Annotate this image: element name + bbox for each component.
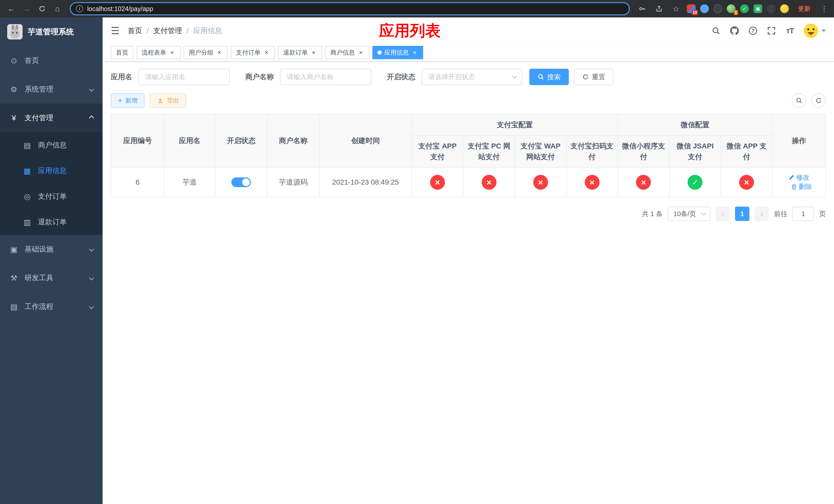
- sidebar-item-refund-order[interactable]: ▥ 退款订单: [0, 209, 103, 235]
- tab-user-group[interactable]: 用户分组: [184, 46, 228, 59]
- sidebar-toggle-icon[interactable]: ☰: [111, 25, 119, 37]
- tab-merchant-info[interactable]: 商户信息: [325, 46, 369, 59]
- font-size-icon[interactable]: тT: [785, 26, 795, 36]
- status-select[interactable]: 请选择开启状态: [422, 69, 522, 85]
- breadcrumb-separator: /: [187, 27, 189, 35]
- goto-label: 前往: [774, 209, 787, 219]
- site-info-icon[interactable]: i: [76, 5, 83, 12]
- sidebar-item-dev-tools[interactable]: ⚒ 研发工具: [0, 264, 103, 292]
- page-size-select[interactable]: 10条/页: [668, 207, 710, 221]
- merchant-name-label: 商户名称: [245, 72, 274, 82]
- app-window: 芋道管理系统 ⊙ 首页 ⚙ 系统管理 ¥ 支付管理: [0, 18, 834, 504]
- extension-icon[interactable]: ✓: [740, 4, 749, 13]
- pay-order-icon: ◎: [23, 192, 32, 201]
- col-header-alipay-app: 支付宝 APP 支付: [412, 136, 463, 167]
- col-header-app-id: 应用编号: [111, 114, 164, 167]
- cell-wx-jsapi: [670, 167, 721, 197]
- sidebar-item-app-info[interactable]: ▦ 应用信息: [0, 158, 103, 184]
- col-header-app-name: 应用名: [164, 114, 215, 167]
- chevron-down-icon: [89, 247, 94, 252]
- close-icon[interactable]: [216, 49, 223, 56]
- close-icon[interactable]: [411, 49, 418, 56]
- sidebar-item-workflow[interactable]: ▧ 工作流程: [0, 292, 103, 321]
- close-icon[interactable]: [310, 49, 317, 56]
- config-status-icon: [636, 175, 651, 190]
- sidebar-logo[interactable]: 芋道管理系统: [0, 18, 103, 46]
- github-icon[interactable]: [729, 26, 740, 36]
- sidebar-item-label: 基础设施: [25, 244, 53, 254]
- edit-button[interactable]: 修改: [788, 173, 809, 182]
- col-header-merchant: 商户名称: [267, 114, 319, 167]
- add-button-label: 新增: [125, 96, 137, 105]
- home-button[interactable]: ⌂: [51, 3, 64, 15]
- extension-icon[interactable]: [767, 4, 775, 13]
- merchant-name-input[interactable]: [280, 69, 371, 85]
- search-icon[interactable]: [711, 26, 721, 36]
- sidebar-item-payment[interactable]: ¥ 支付管理: [0, 104, 103, 132]
- user-avatar-menu[interactable]: [803, 23, 826, 39]
- extension-icon[interactable]: 10: [687, 4, 696, 13]
- tab-refund-order[interactable]: 退款订单: [278, 46, 322, 59]
- gear-icon: ⚙: [9, 85, 19, 94]
- tab-app-info[interactable]: 应用信息: [372, 46, 423, 59]
- extension-icon[interactable]: [780, 4, 789, 13]
- tab-label: 流程表单: [141, 48, 166, 56]
- col-header-wx-app: 微信 APP 支付: [721, 136, 772, 167]
- goto-page-input[interactable]: [792, 207, 814, 221]
- prev-page-button[interactable]: ‹: [716, 207, 730, 221]
- address-bar[interactable]: i localhost:1024/pay/app: [70, 2, 630, 15]
- share-icon[interactable]: [653, 3, 665, 15]
- sidebar-item-infrastructure[interactable]: ▣ 基础设施: [0, 235, 103, 264]
- tab-label: 首页: [116, 48, 128, 56]
- tab-label: 商户信息: [330, 48, 355, 56]
- help-icon[interactable]: ?: [748, 26, 758, 36]
- breadcrumb-item[interactable]: 支付管理: [153, 26, 182, 36]
- sidebar-item-merchant-info[interactable]: ▤ 商户信息: [0, 132, 103, 158]
- extension-icon[interactable]: [700, 4, 709, 13]
- close-icon[interactable]: [263, 49, 270, 56]
- bookmark-star-icon[interactable]: ☆: [670, 3, 682, 15]
- forward-button[interactable]: →: [21, 3, 33, 15]
- page-size-value: 10条/页: [674, 209, 696, 219]
- cell-alipay-pc: [463, 167, 515, 197]
- password-key-icon[interactable]: [636, 3, 648, 15]
- sidebar-item-label: 商户信息: [38, 140, 67, 150]
- config-status-icon: [533, 175, 548, 190]
- close-icon[interactable]: [357, 49, 364, 56]
- breadcrumb-item[interactable]: 首页: [128, 26, 142, 36]
- browser-update-button[interactable]: 更新: [793, 3, 815, 14]
- delete-button[interactable]: 删除: [791, 182, 812, 191]
- bank-card-icon: ▤: [23, 141, 32, 150]
- back-button[interactable]: ←: [5, 3, 18, 15]
- current-page-button[interactable]: 1: [735, 207, 749, 221]
- tab-label: 退款订单: [283, 48, 308, 56]
- reload-button[interactable]: [36, 3, 48, 15]
- sidebar-item-home[interactable]: ⊙ 首页: [0, 46, 103, 75]
- tab-process-form[interactable]: 流程表单: [136, 46, 180, 59]
- tab-pay-order[interactable]: 支付订单: [231, 46, 275, 59]
- app-name-input[interactable]: [138, 69, 230, 85]
- hide-search-button[interactable]: [792, 93, 806, 108]
- refresh-table-button[interactable]: [811, 93, 826, 108]
- status-toggle[interactable]: [231, 177, 251, 187]
- sidebar-item-pay-order[interactable]: ◎ 支付订单: [0, 184, 103, 209]
- next-page-button[interactable]: ›: [754, 207, 769, 221]
- page-title: 应用列表: [379, 21, 441, 41]
- col-header-status: 开启状态: [215, 114, 267, 167]
- fullscreen-icon[interactable]: [766, 26, 776, 36]
- cell-wx-app: [721, 167, 772, 197]
- extension-icon[interactable]: 1: [727, 4, 736, 13]
- sidebar-item-system[interactable]: ⚙ 系统管理: [0, 75, 103, 104]
- export-button[interactable]: 导出: [150, 93, 186, 108]
- close-icon[interactable]: [169, 49, 175, 56]
- payment-submenu: ▤ 商户信息 ▦ 应用信息 ◎ 支付订单 ▥ 退款订单: [0, 132, 103, 235]
- col-header-actions: 操作: [772, 114, 826, 167]
- status-label: 开启状态: [387, 72, 415, 82]
- extension-icon[interactable]: ▣: [753, 4, 762, 13]
- reset-button[interactable]: 重置: [574, 69, 613, 85]
- tab-home[interactable]: 首页: [111, 46, 133, 59]
- browser-menu-icon[interactable]: ⋮: [820, 5, 829, 13]
- add-button[interactable]: + 新增: [111, 93, 145, 108]
- search-button[interactable]: 搜索: [529, 69, 569, 85]
- extension-icon[interactable]: [714, 4, 722, 13]
